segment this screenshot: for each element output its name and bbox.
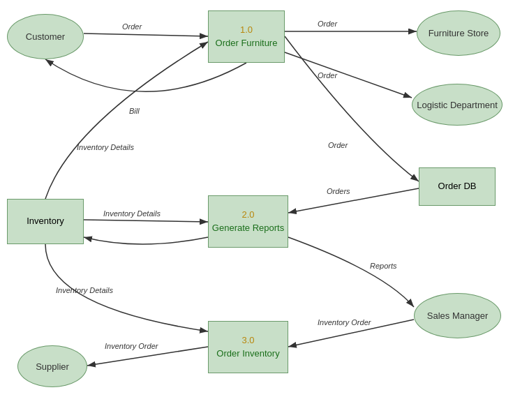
label-order-2: Order [318, 20, 338, 28]
inv-label: Inventory [27, 215, 64, 227]
label-order-4: Order [328, 141, 348, 149]
gr-num: 2.0 [241, 209, 254, 221]
of-num: 1.0 [240, 24, 253, 36]
edge-inv-gr [84, 220, 208, 222]
edge-of-odb [285, 36, 419, 181]
node-order-furniture: 1.0 Order Furniture [208, 10, 285, 63]
label-orders: Orders [327, 187, 350, 195]
label-inv-details-2: Inventory Details [103, 209, 161, 218]
node-customer: Customer [7, 14, 84, 59]
label-reports: Reports [370, 262, 397, 270]
diagram-container: Order Order Order Bill Inventory Details… [0, 0, 506, 420]
node-logistic-dept: Logistic Department [412, 84, 503, 126]
edge-odb-gr [288, 188, 419, 213]
node-generate-reports: 2.0 Generate Reports [208, 195, 288, 248]
edge-of-ld [285, 52, 412, 98]
node-furniture-store: Furniture Store [417, 10, 500, 56]
edge-gr-inv [84, 237, 208, 244]
node-supplier: Supplier [17, 345, 87, 387]
node-order-inventory: 3.0 Order Inventory [208, 321, 288, 373]
label-inv-details-1: Inventory Details [77, 143, 134, 151]
label-bill: Bill [129, 107, 140, 115]
edge-gr-sm [288, 237, 414, 307]
node-inventory: Inventory [7, 199, 84, 244]
edge-of-customer-bill [45, 59, 246, 91]
gr-label: Generate Reports [212, 222, 284, 234]
ld-label: Logistic Department [417, 100, 498, 110]
odb-label: Order DB [438, 180, 477, 193]
edge-customer-order-furniture [84, 33, 208, 36]
node-sales-manager: Sales Manager [414, 293, 501, 338]
oi-label: Order Inventory [216, 347, 279, 360]
label-inv-order-2: Inventory Order [105, 342, 159, 350]
edge-inv-of [45, 42, 208, 199]
customer-label: Customer [26, 31, 65, 42]
of-label: Order Furniture [216, 37, 278, 50]
oi-num: 3.0 [241, 334, 254, 347]
sm-label: Sales Manager [427, 310, 488, 321]
label-inv-details-3: Inventory Details [56, 286, 113, 294]
label-order-3: Order [318, 71, 338, 80]
node-order-db: Order DB [419, 167, 496, 206]
sup-label: Supplier [36, 361, 69, 372]
fs-label: Furniture Store [429, 28, 489, 38]
label-inv-order-1: Inventory Order [318, 318, 372, 327]
label-order-1: Order [122, 22, 142, 31]
